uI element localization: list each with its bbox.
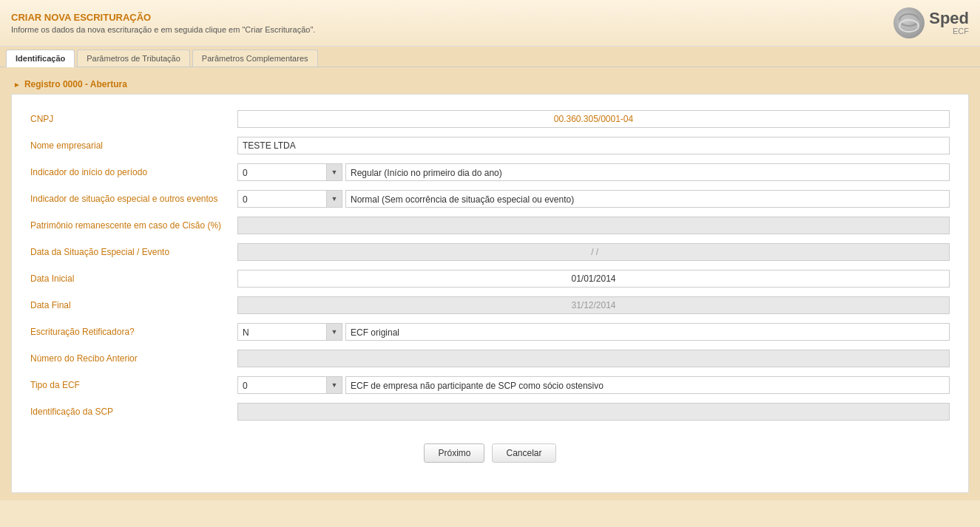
svg-point-1 <box>899 17 919 29</box>
tab-identificacao[interactable]: Identificação <box>6 50 75 67</box>
data-inicial-control <box>237 270 950 288</box>
escrituracao-control: N ▼ ECF original <box>237 323 950 341</box>
indicador-inicio-value: 0 <box>237 163 326 181</box>
cnpj-input[interactable] <box>237 110 950 128</box>
escrituracao-description: ECF original <box>345 323 950 341</box>
data-final-label: Data Final <box>30 300 237 310</box>
nome-input[interactable] <box>237 137 950 154</box>
indicador-situacao-control: 0 ▼ Normal (Sem ocorrência de situação e… <box>237 190 950 208</box>
numero-recibo-control <box>237 350 950 367</box>
indicador-inicio-row: Indicador do início do período 0 ▼ Regul… <box>30 163 950 182</box>
indicador-inicio-description: Regular (Início no primeiro dia do ano) <box>345 163 950 181</box>
patrimonio-label: Patrimônio remanescente em caso de Cisão… <box>30 220 237 231</box>
header-text-block: CRIAR NOVA ESCRITURAÇÃO Informe os dados… <box>11 12 315 34</box>
data-final-control <box>237 296 950 314</box>
tabs-bar: Identificação Parâmetros de Tributação P… <box>0 47 980 67</box>
logo-icon <box>893 7 925 38</box>
tipo-ecf-label: Tipo da ECF <box>30 380 237 390</box>
indicador-situacao-description: Normal (Sem ocorrência de situação espec… <box>345 190 950 208</box>
data-situacao-control <box>237 243 950 261</box>
data-situacao-row: Data da Situação Especial / Evento <box>30 242 950 262</box>
data-inicial-input[interactable] <box>237 270 950 288</box>
escrituracao-dropdown-btn[interactable]: ▼ <box>326 323 342 341</box>
logo-text: Sped ECF <box>929 10 969 35</box>
next-button[interactable]: Próximo <box>424 443 484 463</box>
escrituracao-value: N <box>237 323 326 341</box>
nome-control <box>237 137 950 154</box>
nome-label: Nome empresarial <box>30 140 237 151</box>
tipo-ecf-row: Tipo da ECF 0 ▼ ECF de empresa não parti… <box>30 375 950 395</box>
content-area: Registro 0000 - Abertura CNPJ Nome empre… <box>0 67 980 500</box>
tab-parametros-tributacao[interactable]: Parâmetros de Tributação <box>77 50 190 67</box>
tipo-ecf-select-wrapper: 0 ▼ <box>237 376 342 394</box>
section-title: Registro 0000 - Abertura <box>24 79 127 89</box>
tipo-ecf-description: ECF de empresa não participante de SCP c… <box>345 376 950 394</box>
numero-recibo-row: Número do Recibo Anterior <box>30 349 950 368</box>
escrituracao-label: Escrituração Retificadora? <box>30 327 237 337</box>
identificacao-scp-input <box>237 403 950 421</box>
button-row: Próximo Cancelar <box>30 443 950 477</box>
tipo-ecf-value: 0 <box>237 376 326 394</box>
cnpj-row: CNPJ <box>30 109 950 129</box>
page-subtitle: Informe os dados da nova escrituração e … <box>11 25 315 34</box>
numero-recibo-input <box>237 350 950 367</box>
tipo-ecf-control: 0 ▼ ECF de empresa não participante de S… <box>237 376 950 394</box>
logo-ecf: ECF <box>953 27 969 35</box>
data-situacao-input <box>237 243 950 261</box>
indicador-situacao-dropdown-btn[interactable]: ▼ <box>326 190 342 208</box>
cnpj-control <box>237 110 950 128</box>
indicador-inicio-label: Indicador do início do período <box>30 167 237 177</box>
indicador-inicio-select-wrapper: 0 ▼ <box>237 163 342 181</box>
indicador-inicio-control: 0 ▼ Regular (Início no primeiro dia do a… <box>237 163 950 181</box>
page-title: CRIAR NOVA ESCRITURAÇÃO <box>11 12 315 23</box>
cnpj-label: CNPJ <box>30 114 237 124</box>
indicador-situacao-row: Indicador de situação especial e outros … <box>30 189 950 208</box>
data-inicial-row: Data Inicial <box>30 269 950 288</box>
tipo-ecf-dropdown-btn[interactable]: ▼ <box>326 376 342 394</box>
indicador-situacao-select-wrapper: 0 ▼ <box>237 190 342 208</box>
page-header: CRIAR NOVA ESCRITURAÇÃO Informe os dados… <box>0 0 980 47</box>
identificacao-scp-label: Identificação da SCP <box>30 407 237 417</box>
logo-sped: Sped <box>929 10 969 27</box>
indicador-situacao-value: 0 <box>237 190 326 208</box>
identificacao-scp-row: Identificação da SCP <box>30 402 950 421</box>
indicador-situacao-label: Indicador de situação especial e outros … <box>30 194 237 204</box>
nome-row: Nome empresarial <box>30 136 950 155</box>
escrituracao-select-wrapper: N ▼ <box>237 323 342 341</box>
cancel-button[interactable]: Cancelar <box>492 443 555 463</box>
numero-recibo-label: Número do Recibo Anterior <box>30 353 237 364</box>
data-situacao-label: Data da Situação Especial / Evento <box>30 247 237 257</box>
identificacao-scp-control <box>237 403 950 421</box>
section-header: Registro 0000 - Abertura <box>7 75 973 94</box>
data-final-input <box>237 296 950 314</box>
patrimonio-control <box>237 217 950 234</box>
patrimonio-input <box>237 217 950 234</box>
data-final-row: Data Final <box>30 296 950 315</box>
indicador-inicio-dropdown-btn[interactable]: ▼ <box>326 163 342 181</box>
escrituracao-row: Escrituração Retificadora? N ▼ ECF origi… <box>30 322 950 341</box>
form-panel: CNPJ Nome empresarial Indicador do iníci… <box>11 94 969 493</box>
logo-area: Sped ECF <box>893 7 969 38</box>
tab-parametros-complementares[interactable]: Parâmetros Complementares <box>192 50 318 67</box>
patrimonio-row: Patrimônio remanescente em caso de Cisão… <box>30 216 950 235</box>
data-inicial-label: Data Inicial <box>30 273 237 284</box>
